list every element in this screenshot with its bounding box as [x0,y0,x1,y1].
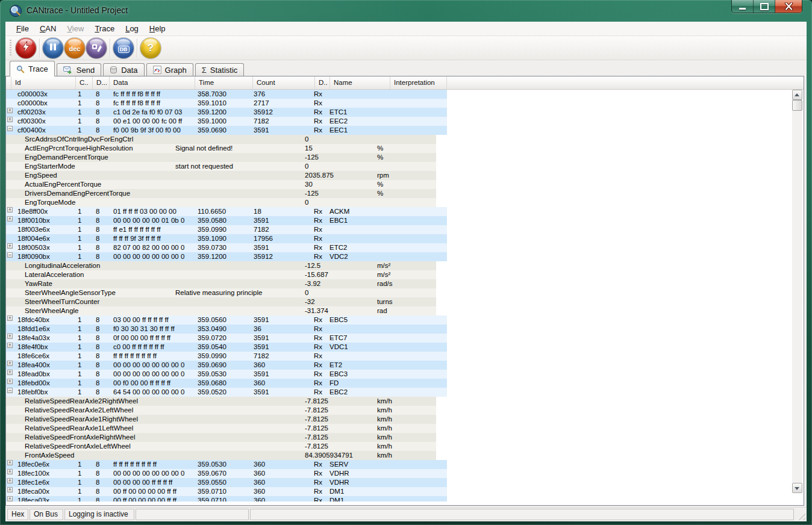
column-header-name[interactable]: Name [330,76,390,89]
expand-toggle-icon[interactable]: + [7,496,13,502]
trace-message-row[interactable]: +18fec0e6x18ff ff ff ff ff ff ff ff359.0… [6,460,804,469]
tab-statistic[interactable]: ΣStatistic [195,63,245,76]
tab-data[interactable]: Data [103,63,144,76]
trace-message-row[interactable]: −cf00400x18f0 00 9b 9f 3f 00 f0 00359.06… [6,126,804,135]
trace-message-row[interactable]: +18feca00x1800 ff 00 00 00 00 ff ff359.0… [6,487,804,496]
close-button[interactable] [775,0,802,13]
scroll-up-button[interactable] [792,90,802,100]
signal-row[interactable]: ActualEngPercentTorque30% [6,180,804,189]
expand-toggle-icon[interactable]: + [7,487,13,492]
bus-on-off-button[interactable] [16,38,36,58]
expand-toggle-icon[interactable]: + [7,460,13,465]
signal-row[interactable]: ActlEngPrcntTorqueHighResolutionSignal n… [6,144,804,153]
trace-message-row[interactable]: 18fdd1e6x18f0 30 30 31 30 ff ff ff353.04… [6,325,804,334]
trace-message-row[interactable]: +18f00503x1882 07 00 82 00 00 00 0359.07… [6,243,804,252]
column-header-d[interactable]: D.. [315,76,330,89]
menu-file[interactable]: File [11,22,34,35]
expand-toggle-icon[interactable]: + [7,370,13,375]
signal-row[interactable]: RelativeSpeedRearAxle2RightWheel-7.8125k… [6,397,804,406]
menu-trace[interactable]: Trace [89,22,120,35]
vertical-scrollbar[interactable] [792,90,802,493]
menu-view[interactable]: View [61,22,89,35]
resize-grip-icon[interactable] [798,512,805,520]
expand-toggle-icon[interactable]: + [7,108,13,113]
trace-message-row[interactable]: c00000bx18fc ff ff ff f8 ff ff ff359.101… [6,99,804,108]
trace-message-row[interactable]: +18fe4a03x180f 00 00 00 ff ff ff ff359.0… [6,334,804,343]
trace-message-row[interactable]: +18feca03x1800 ff 00 00 00 00 ff ff359.0… [6,496,804,502]
column-header-time[interactable]: Time [195,76,253,89]
decimal-toggle-button[interactable]: dec [64,38,85,58]
menu-can[interactable]: CAN [34,22,61,35]
expand-toggle-icon[interactable]: + [7,216,13,222]
titlebar[interactable]: CANtrace - Untitled Project [0,0,812,22]
trace-message-row[interactable]: 18f004e6x18ff ff ff 9f 3f ff ff ff359.10… [6,234,804,243]
expand-toggle-icon[interactable]: + [7,361,13,366]
pause-button[interactable] [43,38,63,58]
signal-row[interactable]: EngSpeed2035.875rpm [6,171,804,180]
tab-trace[interactable]: Trace [10,61,55,76]
trace-message-row[interactable]: +cf00300x1800 e1 00 00 00 fc 00 ff359.10… [6,117,804,126]
trace-message-row[interactable]: +18e8ff00x1801 ff ff ff 03 00 00 00110.6… [6,207,804,216]
minimize-button[interactable] [732,0,754,13]
trace-message-row[interactable]: +18f0010bx1800 00 00 00 00 01 0b 0359.05… [6,216,804,225]
tab-send[interactable]: Send [57,63,101,76]
signal-row[interactable]: EngStarterModestart not requested0 [6,162,804,171]
expand-toggle-icon[interactable]: + [7,343,13,348]
help-button[interactable]: ? [140,38,161,58]
signal-row[interactable]: DriversDemandEngPercentTorque-125% [6,189,804,198]
signal-row[interactable]: RelativeSpeedRearAxle1LeftWheel-7.8125km… [6,424,804,433]
trace-message-row[interactable]: 18fe6ce6x18ff ff ff ff ff ff ff ff359.09… [6,352,804,361]
expand-toggle-icon[interactable]: + [7,469,13,474]
toolbar-grip[interactable] [10,40,11,57]
expand-toggle-icon[interactable]: + [7,478,13,483]
column-header-interpretation[interactable]: Interpretation [390,76,447,89]
expand-toggle-icon[interactable]: + [7,334,13,339]
expand-toggle-icon[interactable]: + [7,207,13,213]
signal-row[interactable]: RelativeSpeedFrontAxleLeftWheel-7.8125km… [6,442,804,451]
signal-row[interactable]: SteerWheelAngle-31.374rad [6,306,804,315]
column-header-d[interactable]: D... [93,76,110,89]
column-header-c[interactable]: C.. [76,76,93,89]
trace-message-row[interactable]: +18fe4f0bx18c0 00 ff ff ff ff ff ff359.0… [6,343,804,352]
menu-log[interactable]: Log [120,22,144,35]
trace-message-row[interactable]: +cf00203x18c1 0d 2e fa f0 f0 07 03359.12… [6,108,804,117]
expand-toggle-icon[interactable]: + [7,117,13,122]
trace-message-row[interactable]: +18febd00x1800 f0 00 00 ff ff ff ff359.0… [6,379,804,388]
scrollbar-thumb[interactable] [792,100,802,111]
collapse-toggle-icon[interactable]: − [7,126,13,131]
signal-row[interactable]: EngDemandPercentTorque-125% [6,153,804,162]
signal-row[interactable]: LongitudinalAcceleration-12.5m/s² [6,261,804,270]
trace-message-row[interactable]: +18fec100x1800 00 00 00 00 00 00 0359.06… [6,469,804,478]
trace-message-row[interactable]: +18fead0bx1800 00 00 00 00 00 00 0359.05… [6,370,804,379]
maximize-button[interactable] [754,0,775,13]
trace-message-row[interactable]: 18f003e6x18ff e1 ff ff ff ff ff ff359.09… [6,225,804,234]
signal-row[interactable]: FrontAxleSpeed84.3905934791km/h [6,451,804,460]
signal-row[interactable]: SteerWheelAngleSensorTypeRelative measur… [6,288,804,297]
database-button[interactable]: DB [113,38,134,58]
trace-message-row[interactable]: −18febf0bx1864 54 00 00 00 00 00 0359.05… [6,388,804,397]
column-header-id[interactable]: Id [11,76,76,89]
trace-message-row[interactable]: +18fec1e6x1800 00 00 00 ff ff ff ff359.0… [6,478,804,487]
expand-toggle-icon[interactable]: + [7,315,13,321]
trace-message-row[interactable]: c000003x18fc ff ff ff f8 ff ff ff358.703… [6,90,804,99]
tab-graph[interactable]: Graph [146,63,193,76]
trace-message-row[interactable]: +18fdc40bx1803 00 00 ff ff ff ff ff359.0… [6,315,804,325]
expand-toggle-icon[interactable]: + [7,379,13,384]
column-header-count[interactable]: Count [253,76,315,89]
trace-message-row[interactable]: −18f0090bx1800 00 00 00 00 00 00 0359.12… [6,252,804,261]
expand-toggle-icon[interactable]: + [7,243,13,249]
signal-row[interactable]: SteerWheelTurnCounter-32turns [6,297,804,306]
signal-row[interactable]: RelativeSpeedRearAxle1RightWheel-7.8125k… [6,415,804,424]
scroll-down-button[interactable] [792,483,802,493]
clear-button[interactable] [86,38,107,58]
collapse-toggle-icon[interactable]: − [7,388,13,393]
column-header-expander[interactable] [6,76,11,89]
signal-row[interactable]: EngTorqueMode0 [6,198,804,207]
menu-help[interactable]: Help [144,22,171,35]
signal-row[interactable]: YawRate-3.92rad/s [6,279,804,288]
column-header-data[interactable]: Data [110,76,195,89]
trace-message-row[interactable]: +18fea400x1800 00 00 00 00 00 00 0359.06… [6,361,804,370]
signal-row[interactable]: RelativeSpeedFrontAxleRightWheel-7.8125k… [6,433,804,442]
signal-row[interactable]: RelativeSpeedRearAxle2LeftWheel-7.8125km… [6,406,804,415]
signal-row[interactable]: LateralAcceleration-15.687m/s² [6,270,804,279]
